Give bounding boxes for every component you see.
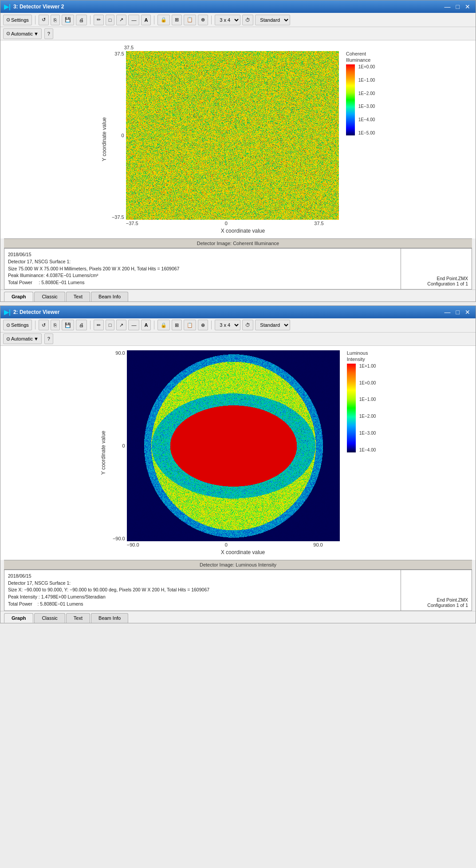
- rect-btn-1[interactable]: □: [106, 15, 115, 25]
- line-btn-1[interactable]: —: [128, 15, 139, 25]
- minimize-btn-2[interactable]: —: [443, 309, 452, 316]
- line-btn-2[interactable]: —: [128, 320, 139, 330]
- grid-icon-2: ⊞: [175, 322, 179, 328]
- lock-icon-2: 🔒: [161, 322, 167, 328]
- print-btn-2[interactable]: 🖨: [76, 320, 87, 330]
- cb-label-1-0: 1E+0.00: [358, 64, 375, 69]
- tab-text-1[interactable]: Text: [66, 292, 90, 301]
- rect-btn-2[interactable]: □: [106, 320, 115, 330]
- tab-beaminfo-1[interactable]: Beam Info: [91, 292, 128, 301]
- graph-canvas-1[interactable]: [126, 51, 339, 220]
- graph-container-1: Y coordinate value 37.5 37.5 0 −37.5: [101, 45, 375, 234]
- toolbar-sep-2a: [35, 321, 35, 329]
- text-icon-1: A: [144, 17, 148, 23]
- maximize-btn-1[interactable]: □: [454, 3, 461, 10]
- cb-label-2-2: 1E−1.00: [359, 397, 376, 402]
- colorbar-1: Coherent Illuminance 1E+0.00 1E−1.00 1E−…: [346, 51, 375, 220]
- text-btn-1[interactable]: A: [141, 15, 151, 25]
- arrow-btn-2[interactable]: ↗: [116, 320, 126, 330]
- overlay-btn-1[interactable]: ⊕: [198, 15, 208, 25]
- arrow-btn-1[interactable]: ↗: [116, 15, 126, 25]
- maximize-btn-2[interactable]: □: [454, 309, 461, 316]
- minimize-btn-1[interactable]: —: [443, 3, 452, 10]
- copy-btn-2[interactable]: ⎘: [51, 320, 60, 330]
- close-btn-1[interactable]: ✕: [463, 3, 472, 10]
- layout-btn-2[interactable]: 📋: [184, 320, 196, 330]
- close-btn-2[interactable]: ✕: [463, 309, 472, 316]
- colorbar-title2-line2: Intensity: [347, 357, 365, 362]
- graph-canvas-2[interactable]: [127, 350, 340, 541]
- info-text-2: 2018/06/15 Detector 17, NSCG Surface 1: …: [8, 573, 397, 608]
- copy-btn-1[interactable]: ⎘: [51, 15, 60, 25]
- save-btn-1[interactable]: 💾: [62, 15, 74, 25]
- grid-size-select-1[interactable]: 3 x 4: [215, 15, 240, 25]
- colorbar-row-1: 1E+0.00 1E−1.00 1E−2.00 1E−3.00 1E−4.00 …: [346, 64, 375, 135]
- second-toolbar-1: ⊙ Automatic ▼ ?: [0, 27, 476, 40]
- tab-graph-2[interactable]: Graph: [4, 613, 33, 623]
- info-section-1: Detector Image: Coherent Illuminance 201…: [4, 238, 472, 289]
- layout-btn-1[interactable]: 📋: [184, 15, 196, 25]
- y-axis-label-2: Y coordinate value: [100, 431, 106, 475]
- window-title-2: 2: Detector Viewer: [13, 309, 60, 315]
- y-axis-label-1: Y coordinate value: [101, 117, 107, 161]
- x-axis-label-2: X coordinate value: [110, 549, 376, 555]
- refresh-icon-2: ↺: [42, 322, 46, 328]
- pencil-btn-2[interactable]: ✏: [94, 320, 104, 330]
- settings-btn-1[interactable]: ⊙ Settings: [3, 15, 32, 25]
- dropdown-arrow-icon-1: ▼: [34, 31, 39, 36]
- standard-select-1[interactable]: Standard: [255, 15, 290, 25]
- copy-icon-1: ⎘: [54, 17, 57, 23]
- print-icon-1: 🖨: [79, 17, 84, 23]
- tab-beaminfo-2[interactable]: Beam Info: [91, 613, 128, 623]
- settings-label-2: Settings: [11, 322, 29, 328]
- info-text-1: 2018/06/15 Detector 17, NSCG Surface 1: …: [8, 251, 397, 286]
- settings-btn-2[interactable]: ⊙ Settings: [3, 320, 32, 330]
- tab-text-2[interactable]: Text: [66, 613, 90, 623]
- refresh-btn-1[interactable]: ↺: [39, 15, 49, 25]
- text-icon-2: A: [144, 322, 148, 328]
- refresh-btn-2[interactable]: ↺: [39, 320, 49, 330]
- x-tick-max-2: 90.0: [313, 542, 323, 547]
- x-tick-mid-2: 0: [225, 542, 228, 547]
- info-right-2: End Point.ZMX Configuration 1 of 1: [401, 570, 472, 610]
- lock-btn-1[interactable]: 🔒: [157, 15, 170, 25]
- text-btn-2[interactable]: A: [141, 320, 151, 330]
- tab-classic-2[interactable]: Classic: [34, 613, 65, 623]
- colorbar-2: Luminous Intensity 1E+1.00 1E+0.00 1E−1.…: [347, 350, 376, 541]
- y-tick-0-2: 0: [110, 443, 125, 448]
- automatic-dropdown-2[interactable]: ⊙ Automatic ▼: [3, 333, 42, 344]
- automatic-label-1: Automatic: [11, 31, 33, 36]
- colorbar-labels-1: 1E+0.00 1E−1.00 1E−2.00 1E−3.00 1E−4.00 …: [358, 64, 375, 135]
- title-bar-2: ▶| 2: Detector Viewer — □ ✕: [0, 306, 476, 318]
- overlay-btn-2[interactable]: ⊕: [198, 320, 208, 330]
- clock-btn-1[interactable]: ⏱: [242, 15, 253, 25]
- grid-size-select-2[interactable]: 3 x 4: [215, 320, 240, 330]
- automatic-dropdown-1[interactable]: ⊙ Automatic ▼: [3, 28, 42, 39]
- pencil-btn-1[interactable]: ✏: [94, 15, 104, 25]
- title-bar-left-2: ▶| 2: Detector Viewer: [4, 309, 59, 316]
- toolbar-sep-2c: [154, 321, 154, 329]
- graph-area-1: Y coordinate value 37.5 37.5 0 −37.5: [0, 40, 476, 238]
- help-btn-1[interactable]: ?: [44, 28, 53, 39]
- save-btn-2[interactable]: 💾: [62, 320, 74, 330]
- print-btn-1[interactable]: 🖨: [76, 15, 87, 25]
- help-btn-2[interactable]: ?: [44, 333, 53, 344]
- arrow-icon-1: ↗: [119, 17, 123, 23]
- grid-btn-1[interactable]: ⊞: [172, 15, 182, 25]
- lock-btn-2[interactable]: 🔒: [157, 320, 170, 330]
- cb-label-2-0: 1E+1.00: [359, 364, 376, 369]
- info-right-1: End Point.ZMX Configuration 1 of 1: [401, 249, 472, 289]
- clock-btn-2[interactable]: ⏱: [242, 320, 253, 330]
- tab-graph-1[interactable]: Graph: [4, 292, 33, 301]
- info-left-2: 2018/06/15 Detector 17, NSCG Surface 1: …: [4, 570, 401, 610]
- info-left-1: 2018/06/15 Detector 17, NSCG Surface 1: …: [4, 249, 401, 289]
- help-icon-2: ?: [47, 336, 50, 341]
- grid-btn-2[interactable]: ⊞: [172, 320, 182, 330]
- save-icon-2: 💾: [65, 322, 71, 328]
- title-bar-left-1: ▶| 3: Detector Viewer 2: [4, 3, 64, 10]
- auto-chevron-icon-2: ⊙: [6, 336, 10, 342]
- cb-label-2-1: 1E+0.00: [359, 380, 376, 385]
- standard-select-2[interactable]: Standard: [255, 320, 290, 330]
- tab-classic-1[interactable]: Classic: [34, 292, 65, 301]
- cb-label-1-2: 1E−2.00: [358, 91, 375, 96]
